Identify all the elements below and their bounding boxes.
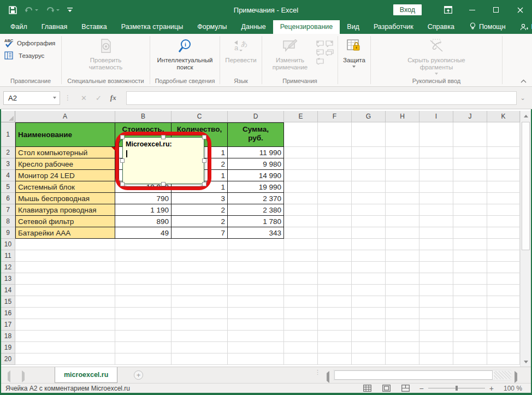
empty-cell[interactable] (284, 122, 318, 147)
empty-cell[interactable] (352, 331, 386, 342)
empty-cell[interactable] (284, 273, 318, 285)
empty-cell[interactable] (487, 273, 520, 285)
empty-cell[interactable] (487, 147, 520, 158)
empty-cell[interactable] (284, 331, 318, 342)
undo-dropdown-icon[interactable] (35, 9, 38, 11)
empty-cell[interactable] (172, 342, 228, 353)
empty-cell[interactable] (284, 285, 318, 296)
tab-insert[interactable]: Вставка (74, 20, 114, 34)
normal-view-icon[interactable] (363, 385, 371, 392)
cell-d3[interactable]: 9 980 (228, 158, 284, 170)
header-cell-sum[interactable]: Сумма,руб. (228, 122, 284, 147)
row-header[interactable]: 12 (1, 262, 15, 273)
empty-cell[interactable] (419, 122, 453, 147)
empty-cell[interactable] (453, 331, 487, 342)
empty-cell[interactable] (386, 158, 419, 170)
show-all-comments-icon[interactable] (326, 49, 334, 56)
empty-cell[interactable] (487, 353, 520, 365)
cell-c6[interactable]: 3 (172, 193, 228, 204)
empty-cell[interactable] (352, 204, 386, 216)
cell-d9[interactable]: 343 (228, 227, 284, 239)
empty-cell[interactable] (419, 158, 453, 170)
empty-cell[interactable] (284, 147, 318, 158)
next-comment-icon[interactable] (326, 40, 334, 47)
empty-cell[interactable] (115, 296, 172, 308)
comment-resize-handle[interactable] (120, 135, 125, 139)
empty-cell[interactable] (15, 273, 115, 285)
empty-cell[interactable] (318, 204, 352, 216)
new-sheet-icon[interactable]: + (134, 370, 143, 380)
empty-cell[interactable] (419, 170, 453, 181)
insert-function-icon[interactable]: fx (110, 93, 116, 102)
empty-cell[interactable] (172, 353, 228, 365)
empty-cell[interactable] (228, 353, 284, 365)
empty-cell[interactable] (172, 331, 228, 342)
scroll-left-icon[interactable] (327, 373, 329, 381)
cell-c7[interactable]: 2 (172, 204, 228, 216)
empty-cell[interactable] (386, 353, 419, 365)
empty-cell[interactable] (284, 308, 318, 319)
empty-cell[interactable] (284, 239, 318, 250)
smart-lookup-button[interactable]: i Интеллектуальный поиск (152, 36, 218, 78)
scroll-right-icon[interactable] (515, 373, 517, 381)
tab-share[interactable]: Поделиться (513, 20, 532, 34)
tab-help[interactable]: Справка (421, 20, 462, 34)
empty-cell[interactable] (419, 331, 453, 342)
empty-cell[interactable] (453, 273, 487, 285)
empty-cell[interactable] (228, 250, 284, 262)
empty-cell[interactable] (15, 285, 115, 296)
empty-cell[interactable] (453, 147, 487, 158)
page-layout-view-icon[interactable] (382, 385, 391, 392)
undo-button[interactable] (25, 7, 38, 14)
empty-cell[interactable] (172, 319, 228, 331)
collapse-ribbon-icon[interactable] (521, 79, 527, 83)
empty-cell[interactable] (318, 170, 352, 181)
vertical-scrollbar[interactable] (520, 111, 531, 367)
empty-cell[interactable] (453, 342, 487, 353)
empty-cell[interactable] (318, 250, 352, 262)
enter-icon[interactable]: ✓ (96, 94, 102, 102)
empty-cell[interactable] (352, 262, 386, 273)
empty-cell[interactable] (352, 239, 386, 250)
empty-cell[interactable] (352, 319, 386, 331)
empty-cell[interactable] (487, 204, 520, 216)
name-box-dropdown-icon[interactable] (53, 97, 56, 99)
scroll-up-icon[interactable] (521, 111, 531, 121)
empty-cell[interactable] (228, 331, 284, 342)
row-header[interactable]: 4 (1, 170, 15, 181)
empty-cell[interactable] (386, 285, 419, 296)
empty-cell[interactable] (453, 353, 487, 365)
empty-cell[interactable] (352, 250, 386, 262)
empty-cell[interactable] (487, 122, 520, 147)
empty-cell[interactable] (453, 250, 487, 262)
row-header[interactable]: 15 (1, 296, 15, 308)
cell-b6[interactable]: 790 (115, 193, 172, 204)
close-button[interactable] (508, 0, 532, 20)
empty-cell[interactable] (284, 296, 318, 308)
empty-cell[interactable] (386, 181, 419, 193)
empty-cell[interactable] (318, 296, 352, 308)
cell-b7[interactable]: 1 190 (115, 204, 172, 216)
scroll-down-icon[interactable] (521, 357, 531, 367)
empty-cell[interactable] (284, 204, 318, 216)
empty-cell[interactable] (318, 122, 352, 147)
maximize-button[interactable] (484, 0, 508, 20)
tab-home[interactable]: Главная (34, 20, 75, 34)
horizontal-scroll-thumb[interactable] (334, 370, 493, 380)
cell-d5[interactable]: 19 990 (228, 181, 284, 193)
empty-cell[interactable] (172, 285, 228, 296)
empty-cell[interactable] (419, 273, 453, 285)
empty-cell[interactable] (115, 273, 172, 285)
empty-cell[interactable] (453, 216, 487, 227)
empty-cell[interactable] (352, 296, 386, 308)
row-header[interactable]: 6 (1, 193, 15, 204)
column-header-h[interactable]: H (386, 111, 419, 122)
empty-cell[interactable] (15, 342, 115, 353)
empty-cell[interactable] (419, 204, 453, 216)
empty-cell[interactable] (352, 181, 386, 193)
empty-cell[interactable] (15, 319, 115, 331)
empty-cell[interactable] (386, 262, 419, 273)
empty-cell[interactable] (115, 331, 172, 342)
empty-cell[interactable] (318, 342, 352, 353)
empty-cell[interactable] (453, 181, 487, 193)
